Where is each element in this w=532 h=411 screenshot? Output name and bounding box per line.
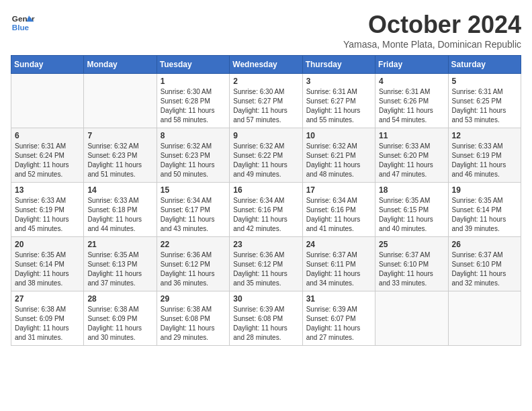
calendar-cell: 28Sunrise: 6:38 AM Sunset: 6:09 PM Dayli… bbox=[84, 291, 157, 346]
day-number: 1 bbox=[161, 77, 226, 86]
day-info: Sunrise: 6:33 AM Sunset: 6:20 PM Dayligh… bbox=[379, 142, 444, 179]
calendar-cell: 1Sunrise: 6:30 AM Sunset: 6:28 PM Daylig… bbox=[157, 74, 229, 128]
calendar-cell: 17Sunrise: 6:34 AM Sunset: 6:16 PM Dayli… bbox=[302, 183, 375, 237]
calendar-cell: 19Sunrise: 6:35 AM Sunset: 6:14 PM Dayli… bbox=[448, 183, 521, 237]
subtitle: Yamasa, Monte Plata, Dominican Republic bbox=[343, 39, 521, 50]
svg-text:Blue: Blue bbox=[12, 23, 30, 32]
day-info: Sunrise: 6:33 AM Sunset: 6:18 PM Dayligh… bbox=[87, 196, 152, 234]
day-info: Sunrise: 6:39 AM Sunset: 6:08 PM Dayligh… bbox=[233, 305, 298, 342]
day-number: 24 bbox=[306, 240, 371, 249]
day-info: Sunrise: 6:34 AM Sunset: 6:17 PM Dayligh… bbox=[161, 196, 226, 234]
day-info: Sunrise: 6:36 AM Sunset: 6:12 PM Dayligh… bbox=[161, 250, 226, 288]
day-number: 10 bbox=[306, 131, 371, 140]
day-number: 19 bbox=[452, 185, 517, 195]
day-info: Sunrise: 6:35 AM Sunset: 6:13 PM Dayligh… bbox=[87, 250, 152, 288]
calendar-cell: 3Sunrise: 6:31 AM Sunset: 6:27 PM Daylig… bbox=[302, 74, 375, 128]
day-number: 18 bbox=[379, 185, 444, 195]
day-info: Sunrise: 6:37 AM Sunset: 6:10 PM Dayligh… bbox=[379, 250, 444, 288]
header: General Blue October 2024 Yamasa, Monte … bbox=[11, 11, 521, 50]
week-row: 13Sunrise: 6:33 AM Sunset: 6:19 PM Dayli… bbox=[11, 183, 521, 237]
calendar-cell: 29Sunrise: 6:38 AM Sunset: 6:08 PM Dayli… bbox=[157, 291, 229, 346]
calendar-cell: 9Sunrise: 6:32 AM Sunset: 6:22 PM Daylig… bbox=[230, 128, 302, 183]
column-header-monday: Monday bbox=[84, 56, 157, 74]
day-number: 29 bbox=[161, 294, 226, 304]
calendar-cell: 27Sunrise: 6:38 AM Sunset: 6:09 PM Dayli… bbox=[11, 291, 84, 346]
day-info: Sunrise: 6:32 AM Sunset: 6:23 PM Dayligh… bbox=[161, 142, 226, 179]
day-number: 2 bbox=[233, 77, 298, 86]
day-info: Sunrise: 6:33 AM Sunset: 6:19 PM Dayligh… bbox=[452, 142, 517, 179]
day-number: 15 bbox=[161, 185, 226, 195]
day-number: 22 bbox=[161, 240, 226, 249]
calendar-cell bbox=[448, 291, 521, 346]
logo-icon: General Blue bbox=[11, 11, 35, 35]
day-info: Sunrise: 6:30 AM Sunset: 6:28 PM Dayligh… bbox=[161, 87, 226, 125]
svg-text:General: General bbox=[12, 14, 35, 23]
calendar-cell: 25Sunrise: 6:37 AM Sunset: 6:10 PM Dayli… bbox=[375, 237, 448, 291]
calendar-cell: 12Sunrise: 6:33 AM Sunset: 6:19 PM Dayli… bbox=[448, 128, 521, 183]
calendar-cell: 4Sunrise: 6:31 AM Sunset: 6:26 PM Daylig… bbox=[375, 74, 448, 128]
calendar-cell: 18Sunrise: 6:35 AM Sunset: 6:15 PM Dayli… bbox=[375, 183, 448, 237]
calendar-cell: 23Sunrise: 6:36 AM Sunset: 6:12 PM Dayli… bbox=[230, 237, 302, 291]
calendar-cell: 16Sunrise: 6:34 AM Sunset: 6:16 PM Dayli… bbox=[230, 183, 302, 237]
column-header-tuesday: Tuesday bbox=[157, 56, 229, 74]
calendar-cell: 30Sunrise: 6:39 AM Sunset: 6:08 PM Dayli… bbox=[230, 291, 302, 346]
day-number: 23 bbox=[233, 240, 298, 249]
day-number: 28 bbox=[87, 294, 152, 304]
day-info: Sunrise: 6:32 AM Sunset: 6:22 PM Dayligh… bbox=[233, 142, 298, 179]
column-header-thursday: Thursday bbox=[302, 56, 375, 74]
day-number: 20 bbox=[15, 240, 80, 249]
day-info: Sunrise: 6:38 AM Sunset: 6:09 PM Dayligh… bbox=[87, 305, 152, 342]
calendar-cell bbox=[375, 291, 448, 346]
day-info: Sunrise: 6:31 AM Sunset: 6:27 PM Dayligh… bbox=[306, 87, 371, 125]
calendar-cell: 24Sunrise: 6:37 AM Sunset: 6:11 PM Dayli… bbox=[302, 237, 375, 291]
day-info: Sunrise: 6:39 AM Sunset: 6:07 PM Dayligh… bbox=[306, 305, 371, 342]
calendar-cell: 10Sunrise: 6:32 AM Sunset: 6:21 PM Dayli… bbox=[302, 128, 375, 183]
column-header-friday: Friday bbox=[375, 56, 448, 74]
calendar-cell: 6Sunrise: 6:31 AM Sunset: 6:24 PM Daylig… bbox=[11, 128, 84, 183]
calendar-cell: 26Sunrise: 6:37 AM Sunset: 6:10 PM Dayli… bbox=[448, 237, 521, 291]
day-number: 30 bbox=[233, 294, 298, 304]
day-number: 16 bbox=[233, 185, 298, 195]
calendar-cell: 5Sunrise: 6:31 AM Sunset: 6:25 PM Daylig… bbox=[448, 74, 521, 128]
day-number: 14 bbox=[87, 185, 152, 195]
day-number: 8 bbox=[161, 131, 226, 140]
page-container: General Blue October 2024 Yamasa, Monte … bbox=[11, 11, 521, 346]
day-info: Sunrise: 6:33 AM Sunset: 6:19 PM Dayligh… bbox=[15, 196, 80, 234]
day-info: Sunrise: 6:31 AM Sunset: 6:26 PM Dayligh… bbox=[379, 87, 444, 125]
day-info: Sunrise: 6:31 AM Sunset: 6:24 PM Dayligh… bbox=[15, 142, 80, 179]
day-number: 12 bbox=[452, 131, 517, 140]
calendar-cell: 11Sunrise: 6:33 AM Sunset: 6:20 PM Dayli… bbox=[375, 128, 448, 183]
day-number: 17 bbox=[306, 185, 371, 195]
calendar-cell: 7Sunrise: 6:32 AM Sunset: 6:23 PM Daylig… bbox=[84, 128, 157, 183]
week-row: 20Sunrise: 6:35 AM Sunset: 6:14 PM Dayli… bbox=[11, 237, 521, 291]
header-row: SundayMondayTuesdayWednesdayThursdayFrid… bbox=[11, 56, 521, 74]
column-header-saturday: Saturday bbox=[448, 56, 521, 74]
calendar-cell bbox=[84, 74, 157, 128]
day-info: Sunrise: 6:38 AM Sunset: 6:09 PM Dayligh… bbox=[15, 305, 80, 342]
calendar-cell: 2Sunrise: 6:30 AM Sunset: 6:27 PM Daylig… bbox=[230, 74, 302, 128]
calendar-cell: 14Sunrise: 6:33 AM Sunset: 6:18 PM Dayli… bbox=[84, 183, 157, 237]
day-number: 13 bbox=[15, 185, 80, 195]
day-info: Sunrise: 6:32 AM Sunset: 6:23 PM Dayligh… bbox=[87, 142, 152, 179]
calendar-cell: 8Sunrise: 6:32 AM Sunset: 6:23 PM Daylig… bbox=[157, 128, 229, 183]
day-info: Sunrise: 6:36 AM Sunset: 6:12 PM Dayligh… bbox=[233, 250, 298, 288]
day-number: 7 bbox=[87, 131, 152, 140]
calendar-cell bbox=[11, 74, 84, 128]
day-number: 4 bbox=[379, 77, 444, 86]
day-info: Sunrise: 6:31 AM Sunset: 6:25 PM Dayligh… bbox=[452, 87, 517, 125]
day-number: 25 bbox=[379, 240, 444, 249]
day-info: Sunrise: 6:37 AM Sunset: 6:10 PM Dayligh… bbox=[452, 250, 517, 288]
column-header-wednesday: Wednesday bbox=[230, 56, 302, 74]
day-number: 21 bbox=[87, 240, 152, 249]
day-info: Sunrise: 6:35 AM Sunset: 6:14 PM Dayligh… bbox=[452, 196, 517, 234]
day-info: Sunrise: 6:35 AM Sunset: 6:14 PM Dayligh… bbox=[15, 250, 80, 288]
day-number: 31 bbox=[306, 294, 371, 304]
day-info: Sunrise: 6:32 AM Sunset: 6:21 PM Dayligh… bbox=[306, 142, 371, 179]
day-number: 6 bbox=[15, 131, 80, 140]
day-number: 3 bbox=[306, 77, 371, 86]
column-header-sunday: Sunday bbox=[11, 56, 84, 74]
day-info: Sunrise: 6:34 AM Sunset: 6:16 PM Dayligh… bbox=[306, 196, 371, 234]
calendar-cell: 22Sunrise: 6:36 AM Sunset: 6:12 PM Dayli… bbox=[157, 237, 229, 291]
day-info: Sunrise: 6:34 AM Sunset: 6:16 PM Dayligh… bbox=[233, 196, 298, 234]
day-number: 11 bbox=[379, 131, 444, 140]
